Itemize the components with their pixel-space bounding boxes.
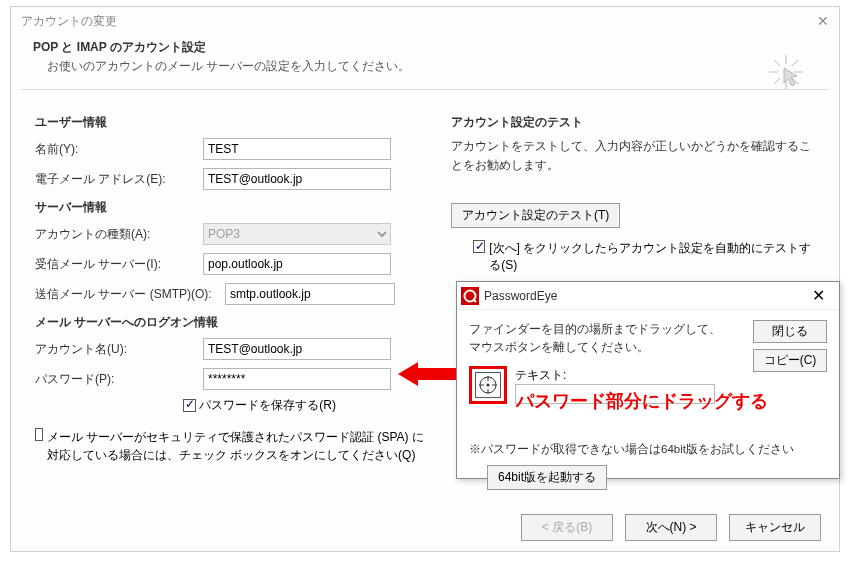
passwordeye-64bit-button[interactable]: 64bit版を起動する <box>487 465 607 490</box>
cursor-sparkle-icon <box>767 53 805 91</box>
drag-instruction-annotation: パスワード部分にドラッグする <box>516 389 768 413</box>
save-password-label: パスワードを保存する(R) <box>199 398 336 412</box>
auto-test-label: [次へ] をクリックしたらアカウント設定を自動的にテストする(S) <box>489 240 815 274</box>
spa-label: メール サーバーがセキュリティで保護されたパスワード認証 (SPA) に対応して… <box>47 428 435 464</box>
incoming-server-label: 受信メール サーバー(I): <box>35 256 203 273</box>
close-icon[interactable]: ✕ <box>817 13 829 29</box>
test-account-button[interactable]: アカウント設定のテスト(T) <box>451 203 620 228</box>
dialog-title: アカウントの変更 <box>21 13 117 30</box>
svg-line-10 <box>473 299 476 302</box>
account-type-select: POP3 <box>203 223 391 245</box>
passwordeye-titlebar: PasswordEye ✕ <box>457 282 839 310</box>
spa-checkbox[interactable] <box>35 428 43 441</box>
svg-marker-8 <box>398 362 456 386</box>
account-name-label: アカウント名(U): <box>35 341 203 358</box>
passwordeye-text-label: テキスト: <box>515 368 566 382</box>
finder-drag-icon[interactable] <box>475 372 501 398</box>
password-label: パスワード(P): <box>35 371 203 388</box>
passwordeye-note: ※パスワードが取得できない場合は64bit版をお試しください <box>469 442 827 457</box>
dialog-footer: < 戻る(B) 次へ(N) > キャンセル <box>521 514 821 541</box>
test-text: アカウントをテストして、入力内容が正しいかどうかを確認することをお勧めします。 <box>451 137 815 175</box>
account-type-label: アカウントの種類(A): <box>35 226 203 243</box>
name-input[interactable] <box>203 138 391 160</box>
passwordeye-instruction: ファインダーを目的の場所までドラッグして、マウスボタンを離してください。 <box>469 320 729 356</box>
server-info-title: サーバー情報 <box>35 199 435 216</box>
account-name-input[interactable] <box>203 338 391 360</box>
svg-point-16 <box>487 384 490 387</box>
name-label: 名前(Y): <box>35 141 203 158</box>
email-label: 電子メール アドレス(E): <box>35 171 203 188</box>
passwordeye-title: PasswordEye <box>484 289 804 303</box>
red-arrow-annotation <box>398 360 456 388</box>
auto-test-checkbox[interactable] <box>473 240 485 253</box>
header-subtitle: お使いのアカウントのメール サーバーの設定を入力してください。 <box>33 58 817 75</box>
header-title: POP と IMAP のアカウント設定 <box>33 39 817 56</box>
passwordeye-close-icon[interactable]: ✕ <box>804 286 833 305</box>
passwordeye-dialog: PasswordEye ✕ ファインダーを目的の場所までドラッグして、マウスボタ… <box>456 281 840 479</box>
passwordeye-close-button[interactable]: 閉じる <box>753 320 827 343</box>
save-password-row: パスワードを保存する(R) <box>35 397 435 414</box>
password-input[interactable] <box>203 368 391 390</box>
outgoing-server-label: 送信メール サーバー (SMTP)(O): <box>35 286 225 303</box>
save-password-checkbox[interactable] <box>183 399 196 412</box>
cancel-button[interactable]: キャンセル <box>729 514 821 541</box>
svg-line-4 <box>774 60 780 66</box>
incoming-server-input[interactable] <box>203 253 391 275</box>
back-button: < 戻る(B) <box>521 514 613 541</box>
logon-info-title: メール サーバーへのログオン情報 <box>35 314 435 331</box>
email-input[interactable] <box>203 168 391 190</box>
passwordeye-copy-button[interactable]: コピー(C) <box>753 349 827 372</box>
passwordeye-logo-icon <box>461 287 479 305</box>
svg-line-7 <box>774 78 780 84</box>
next-button[interactable]: 次へ(N) > <box>625 514 717 541</box>
dialog-header: POP と IMAP のアカウント設定 お使いのアカウントのメール サーバーの設… <box>11 31 839 89</box>
svg-line-6 <box>792 60 798 66</box>
user-info-title: ユーザー情報 <box>35 114 435 131</box>
finder-highlight-box <box>469 366 507 404</box>
dialog-titlebar: アカウントの変更 ✕ <box>11 7 839 31</box>
test-title: アカウント設定のテスト <box>451 114 815 131</box>
outgoing-server-input[interactable] <box>225 283 395 305</box>
